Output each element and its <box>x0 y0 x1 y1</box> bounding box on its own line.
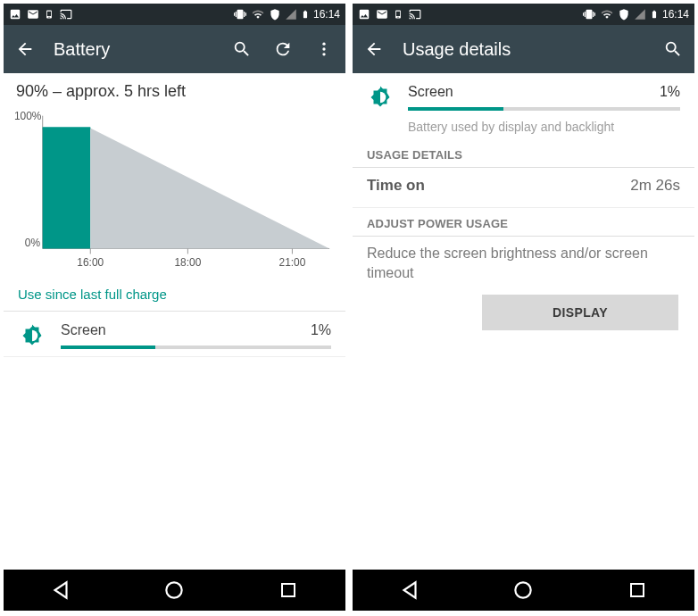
svg-text:18:00: 18:00 <box>174 256 201 269</box>
brightness-icon <box>19 322 46 349</box>
content-area: Screen 1% Battery used by display and ba… <box>353 73 694 570</box>
battery-icon <box>301 8 310 21</box>
status-time: 16:14 <box>662 8 689 21</box>
status-bar: 16:14 <box>353 4 694 25</box>
phone-right: 16:14 Usage details Screen 1% <box>353 4 694 611</box>
brightness-icon <box>367 84 394 111</box>
signal-icon <box>285 8 297 21</box>
detail-label: Screen <box>408 84 453 100</box>
navigation-bar <box>4 570 345 611</box>
svg-point-1 <box>322 47 325 50</box>
svg-marker-6 <box>90 129 329 249</box>
signal-icon <box>634 8 646 21</box>
svg-rect-14 <box>282 584 295 596</box>
detail-value: 1% <box>660 84 680 100</box>
svg-text:16:00: 16:00 <box>77 256 104 269</box>
status-bar: 16:14 <box>4 4 345 25</box>
app-bar: Usage details <box>353 25 694 73</box>
nav-home[interactable] <box>505 572 541 608</box>
search-button[interactable] <box>229 37 254 62</box>
phone-icon <box>45 8 54 21</box>
nav-recent[interactable] <box>619 572 655 608</box>
image-icon <box>9 8 21 21</box>
y-top-label: 100% <box>14 110 42 122</box>
svg-marker-5 <box>43 129 91 249</box>
navigation-bar <box>353 570 694 611</box>
svg-text:21:00: 21:00 <box>279 256 306 269</box>
time-on-value: 2m 26s <box>630 177 680 195</box>
vibrate-icon <box>233 8 247 21</box>
display-button[interactable]: DISPLAY <box>482 295 678 330</box>
svg-rect-16 <box>631 584 644 596</box>
app-bar: Battery <box>4 25 345 73</box>
back-button[interactable] <box>12 37 37 62</box>
nav-back[interactable] <box>43 572 79 608</box>
svg-point-13 <box>167 582 182 597</box>
phone-left: 16:14 Battery 90% – approx. 5 hrs left 1… <box>4 4 345 611</box>
cast-icon <box>408 8 422 21</box>
content-area: 90% – approx. 5 hrs left 100% 0% 16:0 <box>4 73 345 570</box>
overflow-button[interactable] <box>312 37 337 62</box>
svg-point-0 <box>322 43 325 46</box>
nav-back[interactable] <box>392 572 428 608</box>
data-icon <box>269 8 281 21</box>
svg-point-15 <box>516 582 531 597</box>
data-icon <box>618 8 630 21</box>
y-bottom-label: 0% <box>25 237 41 249</box>
time-on-label: Time on <box>367 177 425 195</box>
adjust-hint: Reduce the screen brightness and/or scre… <box>353 237 694 295</box>
wifi-icon <box>600 8 614 21</box>
phone-icon <box>394 8 403 21</box>
nav-home[interactable] <box>156 572 192 608</box>
vibrate-icon <box>582 8 596 21</box>
cast-icon <box>59 8 73 21</box>
battery-icon <box>650 8 659 21</box>
item-progress <box>61 345 331 349</box>
section-usage-details: USAGE DETAILS <box>353 139 694 168</box>
list-item-screen[interactable]: Screen 1% <box>4 312 345 357</box>
item-label: Screen <box>61 322 106 338</box>
battery-chart[interactable]: 100% 0% 16:00 18:00 21:00 <box>4 104 345 276</box>
use-since-charge-link[interactable]: Use since last full charge <box>4 276 345 312</box>
row-time-on: Time on 2m 26s <box>353 168 694 208</box>
detail-desc: Battery used by display and backlight <box>408 120 680 134</box>
refresh-button[interactable] <box>270 37 295 62</box>
page-title: Usage details <box>403 39 644 60</box>
gmail-icon <box>27 8 39 21</box>
svg-point-2 <box>322 53 325 55</box>
nav-recent[interactable] <box>270 572 306 608</box>
image-icon <box>358 8 370 21</box>
detail-item-screen: Screen 1% Battery used by display and ba… <box>353 73 694 139</box>
detail-progress <box>408 107 680 111</box>
wifi-icon <box>251 8 265 21</box>
section-adjust-power: ADJUST POWER USAGE <box>353 208 694 237</box>
status-time: 16:14 <box>313 8 340 21</box>
back-button[interactable] <box>361 37 386 62</box>
battery-summary: 90% – approx. 5 hrs left <box>4 73 345 104</box>
search-button[interactable] <box>661 37 686 62</box>
item-value: 1% <box>311 322 331 338</box>
gmail-icon <box>376 8 388 21</box>
page-title: Battery <box>54 39 213 60</box>
